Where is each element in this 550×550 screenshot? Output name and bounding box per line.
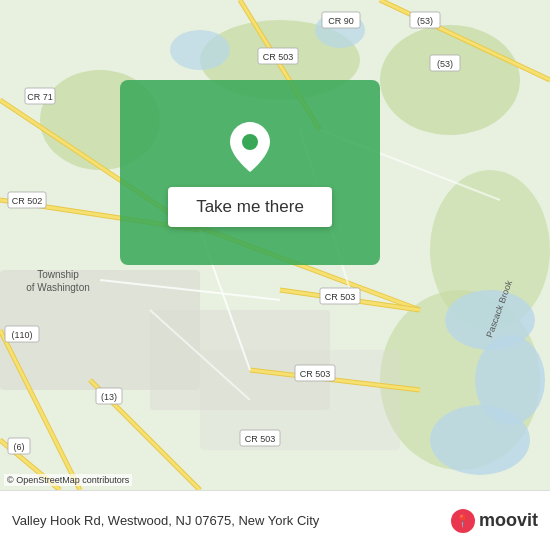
- svg-text:(53): (53): [417, 16, 433, 26]
- map-copyright: © OpenStreetMap contributors: [4, 474, 132, 486]
- svg-text:CR 503: CR 503: [263, 52, 294, 62]
- svg-text:(110): (110): [11, 330, 32, 340]
- svg-text:(13): (13): [101, 392, 117, 402]
- svg-text:CR 503: CR 503: [325, 292, 356, 302]
- svg-point-3: [380, 25, 520, 135]
- svg-text:CR 502: CR 502: [12, 196, 43, 206]
- svg-text:CR 71: CR 71: [27, 92, 53, 102]
- address-text: Valley Hook Rd, Westwood, NJ 07675, New …: [12, 513, 451, 528]
- svg-text:(6): (6): [14, 442, 25, 452]
- destination-overlay: Take me there: [120, 80, 380, 265]
- svg-text:of Washington: of Washington: [26, 282, 90, 293]
- svg-point-66: [242, 134, 258, 150]
- take-me-there-button[interactable]: Take me there: [168, 187, 332, 227]
- svg-text:CR 503: CR 503: [300, 369, 331, 379]
- map-container: CR 90 CR 503 (53) (53) CR 71 CR 502 CR 5…: [0, 0, 550, 490]
- moovit-logo: moovit: [451, 509, 538, 533]
- svg-text:CR 90: CR 90: [328, 16, 354, 26]
- svg-text:(53): (53): [437, 59, 453, 69]
- svg-text:Township: Township: [37, 269, 79, 280]
- bottom-bar: Valley Hook Rd, Westwood, NJ 07675, New …: [0, 490, 550, 550]
- moovit-logo-text: moovit: [479, 510, 538, 531]
- moovit-logo-icon: [451, 509, 475, 533]
- svg-text:CR 503: CR 503: [245, 434, 276, 444]
- location-pin-icon: [227, 119, 273, 175]
- svg-point-8: [430, 405, 530, 475]
- svg-point-9: [170, 30, 230, 70]
